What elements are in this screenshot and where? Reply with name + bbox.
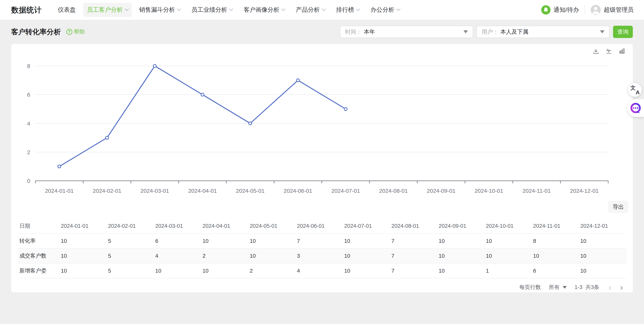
rows-per-page-label: 每页行数 — [520, 284, 541, 291]
export-button[interactable]: 导出 — [608, 201, 628, 213]
user-filter-value: 本人及下属 — [500, 28, 528, 36]
table-cell: 10 — [437, 263, 484, 278]
translate-widget-button[interactable]: 文A — [628, 83, 642, 97]
nav-item-6[interactable]: 排行榜 — [332, 3, 363, 17]
table-cell: 2 — [248, 263, 296, 278]
notifications-button[interactable]: 通知/待办 — [541, 5, 579, 14]
svg-text:2: 2 — [27, 149, 30, 155]
svg-text:2024-07-01: 2024-07-01 — [331, 188, 360, 194]
table-cell: 5 — [106, 248, 154, 263]
table-header-cell: 2024-06-01 — [296, 219, 343, 233]
table-row: 成交客户数1054210310710101010 — [18, 248, 626, 263]
table-cell: 7 — [296, 233, 343, 248]
conversion-data-table: 日期2024-01-012024-02-012024-03-012024-04-… — [18, 219, 626, 278]
navbar-divider — [585, 5, 585, 15]
table-cell: 1 — [484, 263, 532, 278]
nav-item-1[interactable]: 员工客户分析 — [83, 3, 132, 17]
chat-assistant-button[interactable] — [627, 99, 644, 117]
table-header-cell: 2024-10-01 — [484, 219, 532, 233]
table-cell: 5 — [106, 233, 154, 248]
navbar-right: 通知/待办 超级管理员 — [541, 5, 634, 15]
table-cell: 10 — [201, 233, 248, 248]
table-cell: 7 — [390, 233, 437, 248]
svg-text:2024-09-01: 2024-09-01 — [427, 188, 456, 194]
table-cell: 10 — [343, 248, 390, 263]
bar-chart-icon[interactable] — [619, 48, 625, 55]
query-button[interactable]: 查询 — [613, 26, 633, 38]
svg-text:2024-01-01: 2024-01-01 — [45, 188, 74, 194]
chevron-down-icon — [396, 7, 400, 11]
table-cell: 4 — [296, 263, 343, 278]
user-filter-dropdown[interactable]: 用户： 本人及下属 — [476, 26, 610, 38]
main-menu: 仪表盘员工客户分析销售漏斗分析员工业绩分析客户画像分析产品分析排行榜办公分析 — [54, 3, 403, 17]
app-root: { "navbar": { "brand": "数据统计", "items": … — [0, 0, 644, 324]
table-header-cell: 2024-11-01 — [532, 219, 579, 233]
table-header-cell: 2024-01-01 — [59, 219, 106, 233]
data-point — [344, 107, 347, 110]
chevron-down-icon — [124, 7, 129, 11]
page-header: 客户转化率分析 ? 帮助 时间： 本年 用户： 本人及下属 查询 — [0, 20, 644, 44]
previous-page-button[interactable]: ‹ — [607, 283, 613, 292]
table-row: 转化率1056101071071010810 — [18, 233, 626, 248]
nav-item-0[interactable]: 仪表盘 — [54, 3, 80, 17]
table-header-cell: 日期 — [18, 219, 59, 233]
table-cell: 4 — [154, 248, 201, 263]
notifications-label: 通知/待办 — [554, 6, 579, 14]
svg-text:2024-05-01: 2024-05-01 — [236, 188, 264, 194]
chart-toolbox — [592, 48, 625, 55]
rows-per-page-value: 所有 — [549, 284, 560, 291]
nav-item-3[interactable]: 员工业绩分析 — [188, 3, 236, 17]
time-filter-dropdown[interactable]: 时间： 本年 — [340, 26, 473, 38]
nav-item-4[interactable]: 客户画像分析 — [240, 3, 288, 17]
page-title: 客户转化率分析 — [11, 27, 61, 37]
next-page-button[interactable]: › — [619, 283, 624, 292]
nav-item-2[interactable]: 销售漏斗分析 — [136, 3, 184, 17]
bell-icon — [541, 5, 550, 14]
nav-item-label: 员工业绩分析 — [192, 6, 227, 14]
conversion-rate-line-chart: 024682024-01-012024-02-012024-03-012024-… — [11, 44, 633, 199]
row-label-cell: 转化率 — [18, 233, 59, 248]
user-filter-label: 用户： — [482, 28, 498, 36]
row-label-cell: 新增客户娄 — [18, 263, 59, 278]
rows-per-page-dropdown[interactable]: 所有 — [549, 284, 567, 291]
svg-text:2024-04-01: 2024-04-01 — [188, 188, 217, 194]
table-cell: 10 — [154, 263, 201, 278]
data-point — [58, 165, 61, 168]
table-cell: 10 — [59, 248, 106, 263]
translate-icon: 文A — [631, 86, 639, 94]
svg-text:4: 4 — [27, 121, 30, 127]
table-cell: 10 — [532, 248, 579, 263]
app-title: 数据统计 — [11, 5, 42, 15]
top-navbar: 数据统计 仪表盘员工客户分析销售漏斗分析员工业绩分析客户画像分析产品分析排行榜办… — [0, 0, 644, 20]
dropdown-caret-icon — [563, 286, 567, 289]
nav-item-label: 办公分析 — [370, 6, 394, 14]
table-cell: 10 — [579, 263, 626, 278]
table-header-cell: 2024-03-01 — [154, 219, 201, 233]
nav-item-5[interactable]: 产品分析 — [292, 3, 329, 17]
svg-text:6: 6 — [27, 92, 30, 98]
help-link[interactable]: ? 帮助 — [66, 28, 85, 35]
table-header-cell: 2024-04-01 — [201, 219, 248, 233]
line-series — [59, 66, 346, 166]
table-cell: 10 — [579, 248, 626, 263]
table-header-cell: 2024-07-01 — [343, 219, 390, 233]
nav-item-7[interactable]: 办公分析 — [367, 3, 403, 17]
table-cell: 10 — [201, 263, 248, 278]
table-cell: 10 — [484, 248, 532, 263]
help-label: 帮助 — [74, 28, 85, 35]
nav-item-label: 产品分析 — [296, 6, 320, 14]
table-header-cell: 2024-02-01 — [106, 219, 154, 233]
user-menu-button[interactable]: 超级管理员 — [591, 5, 634, 15]
line-chart-icon[interactable] — [606, 48, 612, 55]
table-cell: 10 — [59, 233, 106, 248]
table-cell: 10 — [248, 248, 296, 263]
pagination-range: 1-3 共3条 — [574, 284, 599, 291]
table-cell: 10 — [484, 233, 532, 248]
table-pagination: 每页行数 所有 1-3 共3条 ‹ › — [11, 278, 633, 296]
data-point — [249, 122, 252, 125]
table-cell: 8 — [532, 233, 579, 248]
chevron-down-icon — [281, 7, 286, 11]
table-cell: 7 — [390, 263, 437, 278]
data-point — [296, 79, 300, 82]
download-icon[interactable] — [592, 48, 599, 55]
